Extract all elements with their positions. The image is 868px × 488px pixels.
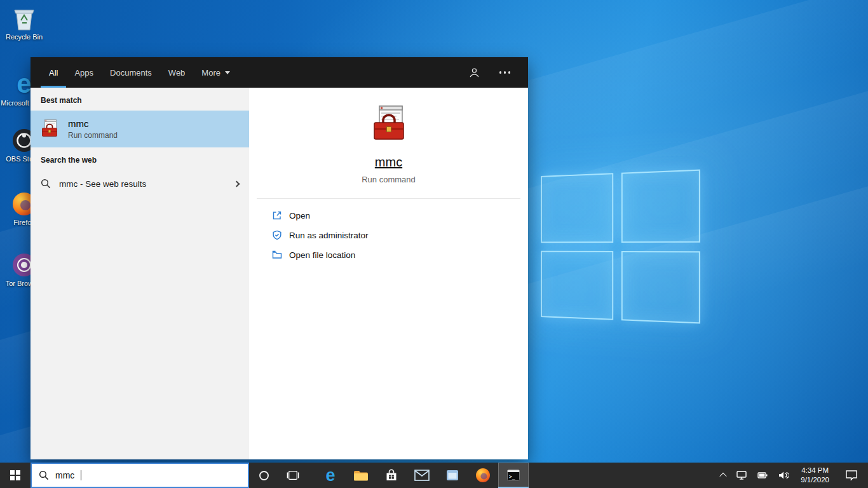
mail-icon (414, 470, 430, 481)
tab-label: More (201, 68, 220, 78)
taskbar: mmc e (0, 463, 868, 488)
action-open[interactable]: Open (272, 210, 528, 220)
firefox-icon (475, 468, 491, 483)
account-icon[interactable] (468, 67, 480, 79)
tab-documents[interactable]: Documents (102, 57, 160, 88)
best-match-result-mmc[interactable]: mmc Run command (31, 111, 249, 147)
preview-title: mmc (375, 155, 402, 170)
text-caret (81, 470, 81, 480)
taskbar-button-mail[interactable] (407, 463, 437, 488)
search-flyout: All Apps Documents Web More B (31, 57, 528, 459)
admin-shield-icon (272, 230, 282, 240)
edge-icon: e (17, 71, 31, 97)
web-query: mmc (59, 179, 78, 189)
preview-pane: mmc Run command Open (249, 88, 528, 459)
taskbar-button-edge[interactable]: e (315, 463, 346, 488)
terminal-icon: >_ (506, 468, 520, 482)
tab-web[interactable]: Web (160, 57, 194, 88)
tab-label: Documents (110, 68, 152, 78)
task-view-button[interactable] (278, 463, 308, 488)
desktop-icon-recycle-bin[interactable]: Recycle Bin (0, 5, 48, 41)
task-view-icon (287, 470, 299, 481)
search-input-value: mmc (55, 470, 74, 480)
tab-label: Apps (74, 68, 93, 78)
search-tab-bar: All Apps Documents Web More (31, 57, 528, 88)
battery-icon[interactable] (756, 471, 769, 480)
tab-label: All (49, 68, 58, 78)
file-explorer-icon (353, 469, 369, 482)
svg-text:>_: >_ (509, 474, 515, 480)
store-icon (384, 468, 398, 482)
more-options-icon[interactable] (498, 67, 512, 78)
action-run-as-administrator[interactable]: Run as administrator (272, 230, 528, 240)
taskbar-button-pinned-app[interactable] (437, 463, 468, 488)
edge-icon: e (325, 467, 335, 484)
windows-logo-pane (621, 251, 700, 324)
preview-subtitle: Run command (362, 175, 416, 184)
start-button[interactable] (0, 463, 31, 488)
windows-logo-pane (621, 170, 700, 243)
tab-label: Web (168, 68, 186, 78)
chevron-up-icon (720, 473, 727, 480)
windows-logo-pane (541, 173, 613, 243)
action-center-button[interactable] (840, 470, 863, 481)
taskbar-search-box[interactable]: mmc (31, 463, 249, 488)
tab-apps[interactable]: Apps (66, 57, 102, 88)
chevron-right-icon[interactable] (234, 180, 240, 187)
web-search-result[interactable]: mmc - See web results (31, 170, 249, 197)
desktop-icon-label: Recycle Bin (6, 33, 43, 41)
taskbar-button-store[interactable] (376, 463, 407, 488)
action-label: Run as administrator (289, 231, 369, 240)
taskbar-button-file-explorer[interactable] (346, 463, 376, 488)
tab-all[interactable]: All (41, 57, 66, 88)
mmc-toolbox-icon-large (369, 104, 409, 145)
cortana-icon (259, 471, 269, 480)
action-open-file-location[interactable]: Open file location (272, 250, 528, 260)
mmc-toolbox-icon (39, 119, 60, 139)
windows-logo-wallpaper (541, 170, 700, 324)
tab-more[interactable]: More (193, 57, 238, 88)
system-tray: 4:34 PM 9/1/2020 (715, 463, 868, 488)
result-subtitle: Run command (68, 131, 118, 140)
section-title-best-match: Best match (31, 88, 249, 111)
web-suffix: - See web results (78, 179, 146, 189)
result-title: mmc (68, 118, 118, 129)
chevron-down-icon (225, 71, 230, 74)
clock-date: 9/1/2020 (801, 475, 829, 485)
section-title-search-web: Search the web (31, 147, 249, 170)
taskbar-button-firefox[interactable] (468, 463, 498, 488)
volume-icon[interactable] (777, 470, 790, 481)
cortana-button[interactable] (249, 463, 278, 488)
search-icon (39, 470, 49, 480)
folder-location-icon (272, 250, 282, 260)
hidden-icons-button[interactable] (719, 471, 727, 479)
taskbar-button-terminal-open[interactable]: >_ (498, 463, 529, 488)
action-label: Open file location (289, 250, 355, 260)
action-label: Open (289, 211, 310, 220)
windows-start-icon (10, 470, 21, 481)
app-window-icon (445, 468, 459, 482)
search-icon (41, 179, 51, 189)
search-results-column: Best match mmc (31, 88, 249, 459)
recycle-bin-icon (13, 5, 36, 30)
clock-time: 4:34 PM (801, 466, 829, 475)
windows-logo-pane (541, 250, 613, 320)
preview-actions: Open Run as administrator (249, 199, 528, 260)
open-icon (272, 210, 282, 220)
network-icon[interactable] (735, 470, 748, 481)
taskbar-clock[interactable]: 4:34 PM 9/1/2020 (798, 466, 832, 485)
